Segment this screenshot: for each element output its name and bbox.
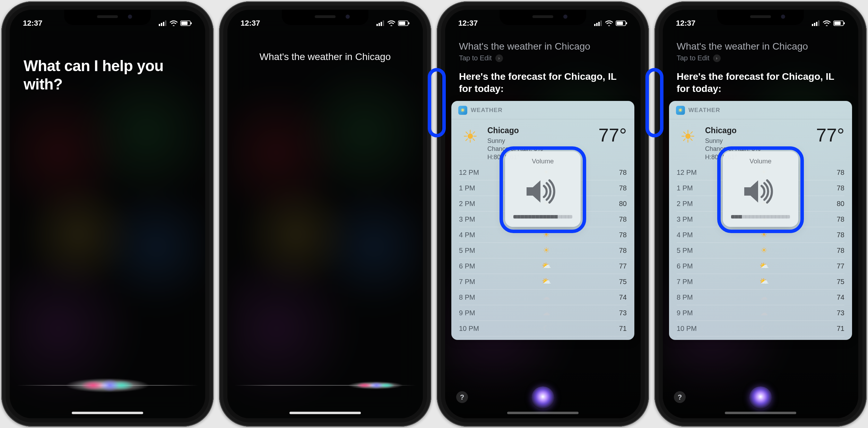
hourly-temp: 77 [824, 262, 844, 270]
volume-hud: Volume [505, 151, 581, 227]
hourly-time: 9 PM [459, 309, 487, 317]
svg-rect-23 [816, 22, 817, 26]
siri-user-query[interactable]: What's the weather in Chicago [445, 41, 641, 52]
volume-label: Volume [723, 157, 798, 165]
weather-app-label: WEATHER [471, 107, 503, 114]
status-time: 12:37 [458, 19, 478, 28]
cellular-icon [594, 20, 602, 26]
hourly-weather-icon: ☁ [704, 293, 824, 302]
hourly-row: 7 PM⛅75 [459, 274, 627, 290]
status-time: 12:37 [23, 19, 42, 28]
cellular-icon [376, 20, 385, 26]
hourly-temp: 74 [606, 293, 627, 301]
content: What's the weather in Chicago [227, 10, 423, 418]
hourly-temp: 77 [606, 262, 627, 270]
hourly-row: 6 PM⛅77 [677, 258, 844, 274]
phone-frame: 12:37 What's the weather in Chicago [219, 1, 431, 427]
volume-hud: Volume [723, 151, 798, 227]
weather-app-icon: ☀ [676, 106, 685, 115]
status-time: 12:37 [676, 19, 695, 28]
hourly-temp: 73 [824, 309, 844, 317]
tap-to-edit-button[interactable]: Tap to Edit › [663, 52, 858, 70]
hourly-temp: 78 [606, 247, 627, 255]
svg-rect-9 [381, 22, 382, 26]
sun-icon: ☀ [459, 126, 481, 148]
hourly-weather-icon: ☁ [487, 293, 606, 302]
svg-rect-6 [191, 22, 192, 24]
status-indicators [812, 20, 845, 26]
status-indicators [376, 20, 410, 26]
hourly-weather-icon: ☀ [487, 246, 606, 255]
tap-to-edit-button[interactable]: Tap to Edit › [445, 52, 641, 70]
volume-icon [741, 178, 780, 205]
hourly-weather-icon: ⛅ [487, 262, 606, 271]
svg-rect-5 [181, 22, 188, 25]
phone-3: 12:37 What's the weather in Chicago Tap … [437, 1, 649, 427]
screen: 12:37 What's the weather in Chicago [227, 10, 423, 418]
chevron-right-icon: › [713, 54, 721, 62]
volume-bar [731, 215, 790, 219]
hourly-weather-icon: ⛅ [704, 262, 824, 271]
hourly-temp: 75 [824, 278, 844, 286]
battery-icon [398, 20, 410, 26]
hourly-temp: 80 [606, 200, 627, 208]
svg-rect-10 [383, 20, 384, 26]
hourly-weather-icon: ☀ [704, 246, 824, 255]
tap-to-edit-label: Tap to Edit [459, 54, 492, 62]
volume-bar [513, 215, 572, 219]
cellular-icon [159, 20, 167, 26]
hourly-weather-icon: ☀ [704, 230, 824, 239]
weather-temp: 77° [816, 126, 844, 144]
hourly-temp: 78 [824, 247, 844, 255]
hourly-temp: 75 [606, 278, 627, 286]
wifi-icon [823, 20, 831, 26]
hourly-time: 12 PM [459, 169, 487, 177]
hourly-row: 4 PM☀78 [459, 227, 627, 243]
hourly-temp: 78 [606, 215, 627, 223]
screen: 12:37 What can I help you with? [10, 10, 205, 418]
svg-rect-0 [159, 24, 160, 26]
siri-user-query[interactable]: What's the weather in Chicago [663, 41, 858, 52]
chevron-right-icon: › [495, 54, 503, 62]
hourly-weather-icon: ☾ [487, 324, 606, 333]
hourly-time: 4 PM [459, 231, 487, 239]
hourly-time: 2 PM [459, 200, 487, 208]
volume-label: Volume [505, 157, 581, 165]
svg-rect-19 [617, 22, 623, 25]
hourly-row: 9 PM☁73 [459, 305, 627, 321]
hourly-time: 10 PM [459, 325, 487, 333]
svg-rect-27 [844, 22, 845, 24]
weather-app-label: WEATHER [688, 107, 720, 114]
hourly-time: 6 PM [677, 262, 704, 270]
hourly-time: 9 PM [677, 309, 704, 317]
siri-user-query[interactable]: What's the weather in Chicago [227, 41, 423, 62]
hourly-row: 10 PM☾71 [459, 321, 627, 336]
hourly-temp: 78 [606, 231, 627, 239]
weather-city: Chicago [487, 126, 592, 136]
hourly-time: 7 PM [459, 278, 487, 286]
svg-rect-24 [818, 20, 819, 26]
weather-card-header: ☀ WEATHER [669, 101, 852, 119]
volume-icon [524, 178, 562, 205]
sun-icon: ☀ [677, 126, 699, 148]
hourly-temp: 78 [606, 169, 627, 177]
status-indicators [159, 20, 192, 26]
svg-rect-21 [812, 24, 813, 26]
hourly-weather-icon: ⛅ [704, 277, 824, 286]
svg-rect-8 [379, 23, 380, 26]
tap-to-edit-label: Tap to Edit [677, 54, 710, 62]
notch [500, 10, 586, 25]
hourly-time: 10 PM [677, 325, 704, 333]
hourly-time: 1 PM [459, 184, 487, 192]
hourly-time: 8 PM [459, 293, 487, 301]
hourly-time: 3 PM [677, 215, 704, 223]
status-indicators [594, 20, 627, 26]
phone-1: 12:37 What can I help you with? [1, 1, 214, 427]
hourly-time: 3 PM [459, 215, 487, 223]
battery-icon [180, 20, 192, 26]
hourly-temp: 78 [824, 215, 844, 223]
wifi-icon [605, 20, 613, 26]
notch [64, 10, 151, 25]
hourly-time: 1 PM [677, 184, 704, 192]
hourly-row: 7 PM⛅75 [677, 274, 844, 290]
